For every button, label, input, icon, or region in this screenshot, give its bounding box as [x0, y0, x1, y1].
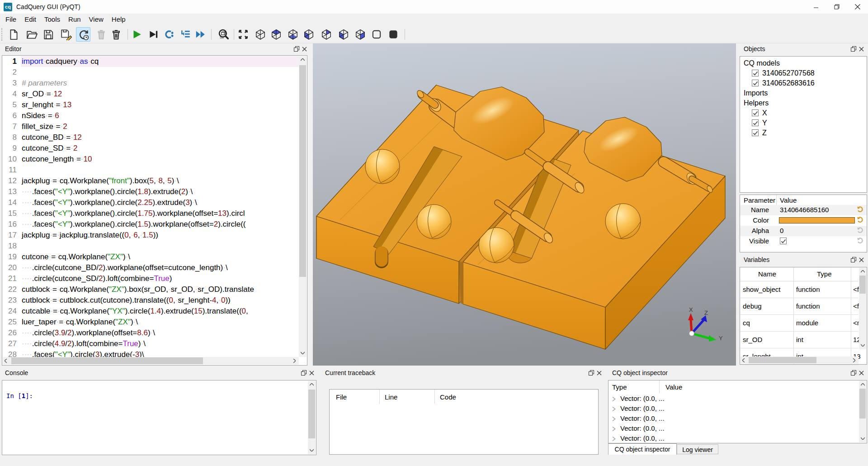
- line-text: cutcone_SD·=·2: [21, 143, 299, 154]
- inspector-row[interactable]: Vector: (0.0, ...: [609, 424, 853, 434]
- inspector-table[interactable]: TypeValueVector: (0.0, ...Vector: (0.0, …: [608, 380, 867, 443]
- view-left-button[interactable]: [336, 27, 351, 42]
- console-close-icon[interactable]: [309, 370, 316, 376]
- save-as-button[interactable]: [59, 27, 73, 42]
- new-button[interactable]: [6, 27, 21, 42]
- tree-item-z[interactable]: Z: [740, 128, 858, 138]
- traceback-close-icon[interactable]: [597, 370, 603, 376]
- tab-cq-object-inspector[interactable]: CQ object inspector: [608, 443, 677, 455]
- editor-close-icon[interactable]: [302, 46, 308, 52]
- variable-row-cq[interactable]: cqmodule<m: [740, 315, 859, 332]
- menu-view[interactable]: View: [85, 14, 108, 25]
- save-button[interactable]: [41, 27, 56, 42]
- fit-view-button[interactable]: [236, 27, 250, 42]
- reload-button[interactable]: [76, 27, 90, 42]
- view-right-button[interactable]: [353, 27, 368, 42]
- inspector-row[interactable]: Vector: (0.0, ...: [609, 434, 853, 444]
- tree-item-3140652683616[interactable]: 3140652683616: [740, 78, 858, 88]
- debug-step-button[interactable]: [161, 27, 176, 42]
- inspector-row[interactable]: Vector: (0.0, ...: [609, 414, 853, 424]
- variable-row-sr_OD[interactable]: sr_ODint12: [740, 332, 859, 348]
- search-cube-button[interactable]: [216, 27, 231, 42]
- view-iso-button[interactable]: [253, 27, 268, 42]
- editor-pane[interactable]: 1import·cadquery·as·cq23# parameters4sr_…: [2, 55, 307, 366]
- delete-icon: [110, 29, 122, 40]
- open-button[interactable]: [24, 27, 39, 42]
- checkbox[interactable]: [752, 119, 759, 126]
- variable-row-show_object[interactable]: show_objectfunction<f: [740, 281, 859, 298]
- variable-row-debug[interactable]: debugfunction<f: [740, 298, 859, 315]
- editor-float-icon[interactable]: [294, 46, 300, 52]
- visible-checkbox[interactable]: [780, 238, 787, 244]
- objects-close-icon[interactable]: [859, 46, 865, 52]
- inspector-row[interactable]: Vector: (0.0, ...: [609, 394, 853, 404]
- console-vscrollbar[interactable]: [308, 381, 316, 454]
- minimize-button[interactable]: [806, 0, 826, 14]
- delete-button[interactable]: [109, 27, 123, 42]
- toolbar-handle[interactable]: [1, 28, 3, 41]
- delete-disabled-button[interactable]: [94, 27, 108, 42]
- variables-hscrollbar[interactable]: [741, 357, 859, 364]
- tree-item-y[interactable]: Y: [740, 118, 858, 128]
- expand-chevron-icon[interactable]: [612, 425, 616, 433]
- shaded-button[interactable]: [386, 27, 401, 42]
- checkbox[interactable]: [752, 70, 759, 76]
- inspector-row[interactable]: Vector: (0.0, ...: [609, 404, 853, 414]
- tab-log-viewer[interactable]: Log viewer: [677, 444, 718, 454]
- undo-button[interactable]: [857, 206, 865, 214]
- variables-close-icon[interactable]: [859, 257, 865, 263]
- tree-item-x[interactable]: X: [740, 108, 858, 118]
- console-float-icon[interactable]: [301, 370, 307, 376]
- tree-item-helpers[interactable]: Helpers: [740, 98, 858, 108]
- menu-tools[interactable]: Tools: [40, 14, 64, 25]
- checkbox[interactable]: [752, 129, 759, 136]
- close-button[interactable]: [847, 0, 868, 14]
- expand-chevron-icon[interactable]: [612, 395, 616, 404]
- properties-table[interactable]: ParameterValueName3140646685160ColorAlph…: [740, 195, 867, 252]
- line-number: 22: [3, 284, 21, 295]
- view-back-button[interactable]: [319, 27, 334, 42]
- menu-edit[interactable]: Edit: [20, 14, 40, 25]
- console-pane[interactable]: In [1]:: [2, 380, 316, 455]
- view-bottom-button[interactable]: [286, 27, 300, 42]
- 3d-viewport[interactable]: X Z Y: [313, 43, 736, 366]
- traceback-table[interactable]: FileLineCode: [329, 389, 599, 455]
- view-front-button[interactable]: [302, 27, 316, 42]
- debug-icon: [147, 29, 159, 40]
- objects-float-icon[interactable]: [851, 46, 857, 52]
- inspector-vscrollbar[interactable]: [859, 381, 866, 442]
- traceback-float-icon[interactable]: [589, 370, 595, 376]
- objects-tree[interactable]: CQ models31406527075683140652683616Impor…: [740, 56, 867, 193]
- undo-button[interactable]: [857, 217, 865, 224]
- view-top-button[interactable]: [269, 27, 283, 42]
- tree-item-imports[interactable]: Imports: [740, 88, 858, 98]
- variables-vscrollbar[interactable]: [859, 268, 866, 349]
- render-button[interactable]: [129, 27, 144, 42]
- editor-hscrollbar[interactable]: [3, 357, 299, 365]
- inspector-close-icon[interactable]: [859, 370, 865, 376]
- expand-chevron-icon[interactable]: [612, 415, 616, 423]
- editor-vscrollbar[interactable]: [299, 56, 307, 357]
- variables-float-icon[interactable]: [851, 257, 857, 263]
- restore-button[interactable]: [826, 0, 847, 14]
- step-list-button[interactable]: [178, 27, 193, 42]
- line-text: ····.faces("<Y").workplane().circle(1.5)…: [21, 219, 299, 230]
- property-value[interactable]: 0: [780, 227, 783, 234]
- continue-button[interactable]: [193, 27, 208, 42]
- checkbox[interactable]: [752, 109, 759, 116]
- tree-item-cq-models[interactable]: CQ models: [740, 58, 858, 68]
- debug-button[interactable]: [146, 27, 160, 42]
- property-value[interactable]: 3140646685160: [780, 206, 829, 214]
- wireframe-button[interactable]: [369, 27, 384, 42]
- menu-run[interactable]: Run: [64, 14, 85, 25]
- expand-chevron-icon[interactable]: [612, 435, 616, 443]
- tree-item-3140652707568[interactable]: 3140652707568: [740, 68, 858, 78]
- menu-help[interactable]: Help: [108, 14, 130, 25]
- variables-table[interactable]: NameTypeshow_objectfunction<fdebugfuncti…: [740, 267, 867, 365]
- color-swatch[interactable]: [779, 217, 855, 223]
- inspector-float-icon[interactable]: [851, 370, 857, 376]
- checkbox[interactable]: [752, 80, 759, 86]
- view-top-icon: [270, 29, 282, 40]
- menu-file[interactable]: File: [1, 14, 20, 25]
- expand-chevron-icon[interactable]: [612, 405, 616, 414]
